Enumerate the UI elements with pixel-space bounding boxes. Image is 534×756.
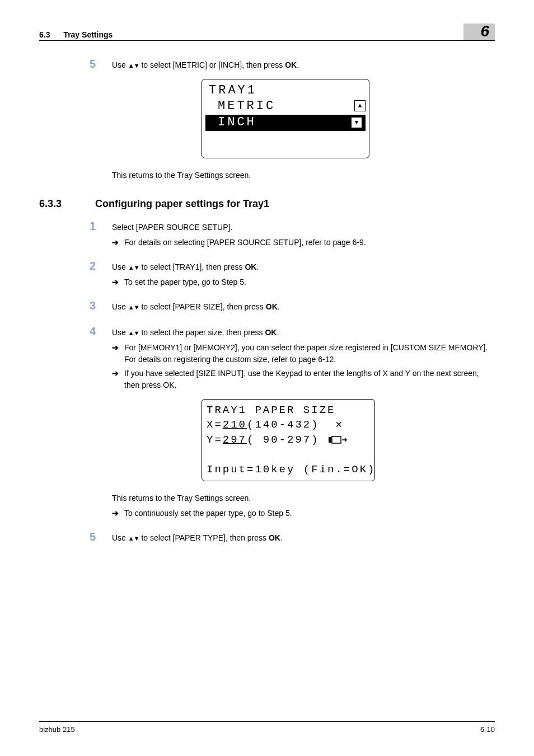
step-number: 5 [90, 58, 112, 71]
x-mark-icon: ✕ [335, 419, 341, 431]
step-3: 3 Use ▲▼ to select [PAPER SIZE], then pr… [90, 299, 495, 313]
arrow-right-icon: ➔ [112, 237, 124, 248]
step-body: Use ▲▼ to select [METRIC] or [INCH], the… [112, 58, 495, 71]
lcd-display-tray-unit: TRAY1 METRIC ▲ INCH ▼ [202, 79, 369, 158]
arrow-right-icon: ➔ [112, 342, 124, 354]
step-1: 1 Select [PAPER SOURCE SETUP]. [90, 220, 495, 233]
lcd-line: TRAY1 PAPER SIZE [207, 403, 370, 418]
chapter-badge: 6 [463, 24, 495, 40]
arrow-right-icon: ➔ [112, 276, 124, 288]
step-body: Use ▲▼ to select the paper size, then pr… [112, 325, 495, 339]
up-down-icon: ▲▼ [128, 534, 139, 543]
step-number: 3 [90, 299, 112, 312]
step-5b: 5 Use ▲▼ to select [PAPER TYPE], then pr… [90, 530, 495, 544]
arrow-right-icon: ➔ [112, 508, 124, 519]
up-down-icon: ▲▼ [128, 61, 139, 71]
lcd-line: Input=10key (Fin.=OK) [207, 462, 370, 477]
footer-page-number: 6-10 [480, 725, 495, 734]
lcd-line: TRAY1 [205, 83, 366, 98]
step-body: Select [PAPER SOURCE SETUP]. [112, 220, 495, 233]
lcd-line: X=210(140-432) ✕ [207, 417, 370, 433]
scroll-down-icon: ▼ [351, 117, 362, 128]
svg-rect-0 [329, 437, 331, 443]
step-body: Use ▲▼ to select [PAPER TYPE], then pres… [112, 530, 495, 544]
paper-orientation-icon [327, 433, 350, 448]
body-text: This returns to the Tray Settings screen… [112, 170, 495, 181]
heading-number: 6.3.3 [39, 198, 95, 210]
step-body: Use ▲▼ to select [PAPER SIZE], then pres… [112, 299, 495, 313]
sub-note: ➔ For [MEMORY1] or [MEMORY2], you can se… [112, 342, 495, 365]
scroll-up-icon: ▲ [354, 100, 366, 111]
step-2: 2 Use ▲▼ to select [TRAY1], then press O… [90, 260, 495, 273]
footer-product: bizhub 215 [39, 725, 75, 734]
lcd-line: Y=297( 90-297) [207, 433, 370, 448]
heading-title: Configuring paper settings for Tray1 [95, 198, 269, 210]
step-4: 4 Use ▲▼ to select the paper size, then … [90, 325, 495, 339]
page-footer: bizhub 215 6-10 [39, 721, 495, 734]
step-number: 1 [90, 220, 112, 233]
lcd-line: METRIC [205, 98, 352, 114]
sub-note: ➔ If you have selected [SIZE INPUT], use… [112, 368, 495, 391]
header-left: 6.3 Tray Settings [39, 30, 113, 39]
page-header: 6.3 Tray Settings 6 [39, 22, 495, 41]
section-title: Tray Settings [63, 30, 113, 39]
lcd-display-paper-size: TRAY1 PAPER SIZE X=210(140-432) ✕ Y=297(… [202, 399, 375, 481]
step-number: 5 [90, 530, 112, 543]
section-heading: 6.3.3 Configuring paper settings for Tra… [39, 198, 495, 210]
svg-rect-1 [332, 436, 341, 443]
up-down-icon: ▲▼ [128, 303, 139, 312]
section-number: 6.3 [39, 30, 50, 39]
step-number: 4 [90, 325, 112, 338]
up-down-icon: ▲▼ [128, 328, 139, 338]
step-number: 2 [90, 260, 112, 273]
sub-note: ➔ To set the paper type, go to Step 5. [112, 276, 495, 288]
sub-note: ➔ For details on selecting [PAPER SOURCE… [112, 237, 495, 248]
lcd-line-selected: INCH ▼ [205, 115, 366, 131]
lcd-line [207, 448, 370, 463]
arrow-right-icon: ➔ [112, 368, 124, 379]
step-body: Use ▲▼ to select [TRAY1], then press OK. [112, 260, 495, 273]
up-down-icon: ▲▼ [128, 263, 139, 273]
sub-note: ➔ To continuously set the paper type, go… [112, 508, 495, 519]
body-text: This returns to the Tray Settings screen… [112, 492, 495, 504]
step-5a: 5 Use ▲▼ to select [METRIC] or [INCH], t… [90, 58, 495, 71]
